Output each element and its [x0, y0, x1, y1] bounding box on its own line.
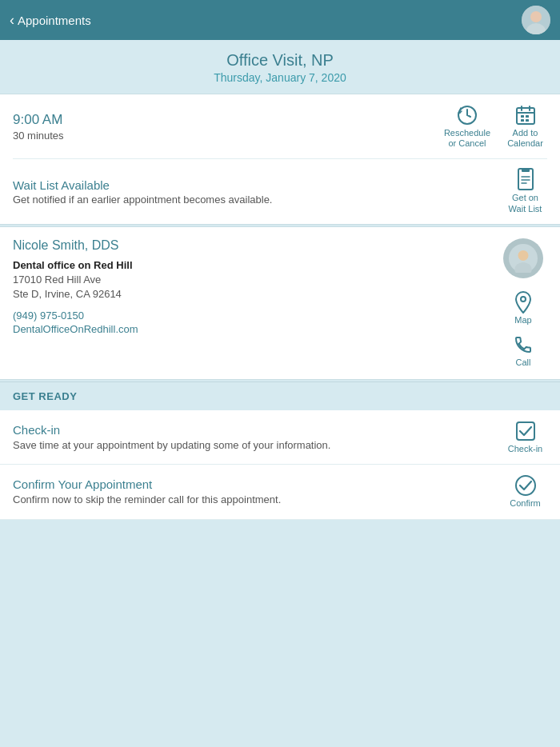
checkin-text: Check-in Save time at your appointment b… — [13, 423, 330, 451]
svg-rect-8 — [521, 115, 524, 118]
avatar[interactable] — [522, 6, 550, 34]
appointment-duration: 30 minutes — [13, 130, 64, 142]
provider-card: Nicole Smith, DDS Dental office on Red H… — [0, 226, 560, 380]
provider-name: Nicole Smith, DDS — [13, 238, 138, 253]
confirm-icon — [514, 474, 537, 497]
office-name: Dental office on Red Hill — [13, 259, 138, 271]
add-to-calendar-label: Add toCalendar — [507, 128, 543, 149]
svg-rect-9 — [526, 115, 529, 118]
checkin-description: Save time at your appointment by updatin… — [13, 439, 330, 451]
add-to-calendar-button[interactable]: Add toCalendar — [503, 104, 547, 149]
checkin-title: Check-in — [13, 423, 330, 437]
svg-rect-13 — [522, 168, 530, 172]
get-ready-section-label: GET READY — [0, 381, 560, 410]
call-button[interactable]: Call — [502, 334, 546, 368]
call-label: Call — [516, 358, 531, 368]
confirm-action-label: Confirm — [510, 498, 541, 509]
waitlist-icon — [514, 169, 537, 191]
time-row: 9:00 AM 30 minutes Rescheduleor Cancel — [0, 94, 560, 158]
address-line2: Ste D, Irvine, CA 92614 — [13, 287, 138, 302]
waitlist-title: Wait List Available — [13, 178, 272, 192]
calendar-icon — [514, 104, 537, 126]
map-icon — [512, 291, 534, 314]
time-card: 9:00 AM 30 minutes Rescheduleor Cancel — [0, 94, 560, 225]
checkin-action-button[interactable]: Check-in — [503, 420, 547, 454]
provider-phone[interactable]: (949) 975-0150 — [13, 310, 138, 322]
confirm-action-button[interactable]: Confirm — [503, 474, 547, 509]
address-line1: 17010 Red Hill Ave — [13, 273, 138, 287]
confirm-text: Confirm Your Appointment Confirm now to … — [13, 477, 281, 505]
confirm-title: Confirm Your Appointment — [13, 477, 281, 491]
wait-list-row: Wait List Available Get notified if an e… — [0, 159, 560, 223]
bottom-area — [0, 520, 560, 748]
provider-actions: Map Call — [499, 238, 547, 368]
page-subtitle: Thursday, January 7, 2020 — [0, 71, 560, 84]
map-label: Map — [514, 315, 531, 326]
appointment-time: 9:00 AM — [13, 112, 64, 128]
call-icon — [512, 334, 534, 356]
wait-info: Wait List Available Get notified if an e… — [13, 178, 272, 206]
reschedule-icon — [456, 104, 478, 126]
page-title: Office Visit, NP — [0, 51, 560, 70]
svg-point-20 — [521, 297, 526, 302]
waitlist-description: Get notified if an earlier appointment b… — [13, 194, 272, 206]
svg-point-1 — [530, 11, 542, 22]
provider-website[interactable]: DentalOfficeOnRedhill.com — [13, 323, 138, 335]
time-info: 9:00 AM 30 minutes — [13, 112, 64, 142]
checkin-item[interactable]: Check-in Save time at your appointment b… — [0, 410, 560, 465]
provider-info: Nicole Smith, DDS Dental office on Red H… — [13, 238, 138, 335]
confirm-item[interactable]: Confirm Your Appointment Confirm now to … — [0, 465, 560, 519]
confirm-description: Confirm now to skip the reminder call fo… — [13, 493, 281, 505]
checkin-action-label: Check-in — [508, 444, 542, 454]
waitlist-label: Get onWait List — [509, 193, 542, 214]
chevron-left-icon: ‹ — [10, 12, 14, 29]
reschedule-button[interactable]: Rescheduleor Cancel — [444, 104, 490, 149]
time-actions: Rescheduleor Cancel Add toC — [444, 104, 547, 149]
back-label: Appointments — [18, 14, 91, 27]
svg-rect-11 — [526, 119, 529, 122]
svg-rect-10 — [521, 119, 524, 122]
svg-point-18 — [518, 250, 529, 261]
reschedule-label: Rescheduleor Cancel — [444, 128, 490, 149]
map-button[interactable]: Map — [502, 291, 546, 326]
get-on-waitlist-button[interactable]: Get onWait List — [503, 169, 547, 214]
provider-avatar — [503, 238, 543, 278]
nav-bar: ‹ Appointments — [0, 0, 560, 40]
checkin-icon — [514, 420, 537, 442]
svg-point-22 — [516, 476, 535, 495]
page-title-section: Office Visit, NP Thursday, January 7, 20… — [0, 40, 560, 94]
back-button[interactable]: ‹ Appointments — [10, 12, 91, 29]
